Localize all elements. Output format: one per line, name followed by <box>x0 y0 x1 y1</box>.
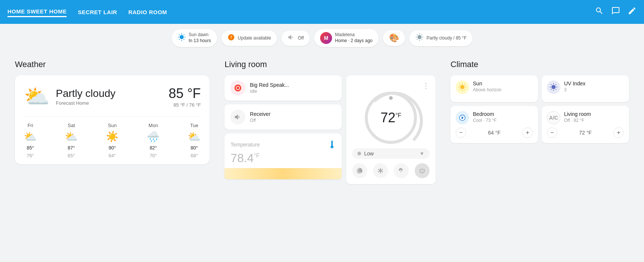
nav-bar: HOME SWEET HOME SECRET LAIR RADIO ROOM <box>7 7 167 17</box>
weather-forecast: Fri ⛅ 85° 76° Sat ⛅ 87° 65° Sun ☀️ 90° 6… <box>24 116 201 164</box>
living-room-ac-card: A/C Living room Off · 82 °F − 72 °F + <box>542 106 629 143</box>
sun-dawn-icon <box>178 33 186 43</box>
weather-condition: Partly cloudy / 85 °F <box>427 35 467 41</box>
speaker-device-icon <box>230 81 245 95</box>
thermostat-auto-btn[interactable] <box>352 163 367 178</box>
uv-card-name: UV Index <box>564 81 624 86</box>
search-icon[interactable] <box>595 6 604 18</box>
nav-radio-room[interactable]: RADIO ROOM <box>128 7 167 17</box>
weather-temp: 85 °F 85 °F / 76 °F <box>169 86 201 108</box>
living-room-minus-btn[interactable]: − <box>547 127 557 138</box>
receiver-card[interactable]: Receiver Off <box>224 104 342 130</box>
climate-title: Climate <box>450 60 629 69</box>
uv-climate-card: UV Index 3 <box>542 75 629 102</box>
bedroom-temp: 64 °F <box>488 130 501 136</box>
uv-card-sub: 3 <box>564 87 624 92</box>
bedroom-card-sub: Cool · 73 °F <box>473 118 533 123</box>
bedroom-plus-btn[interactable]: + <box>522 127 533 138</box>
weather-pill[interactable]: Partly cloudy / 85 °F <box>409 30 473 46</box>
forecast-sat-day: Sat <box>68 123 75 128</box>
chat-icon[interactable] <box>611 6 620 18</box>
avatar: M <box>320 32 332 44</box>
sun-climate-card: Sun Above horizon <box>450 75 538 102</box>
sun-status-pill[interactable]: Sun dawn In 13 hours <box>172 29 217 47</box>
forecast-tue-icon: ⛅ <box>188 130 201 143</box>
sun-climate-icon <box>456 81 469 94</box>
forecast-sat-low: 65° <box>68 153 75 158</box>
bedroom-controls: − 64 °F + <box>456 127 533 138</box>
forecast-sat-icon: ⛅ <box>65 130 78 143</box>
forecast-tue: Tue ⛅ 80° 68° <box>188 123 201 158</box>
thermo-header: ⋮ <box>352 81 430 90</box>
palette-pill[interactable]: 🎨 <box>383 30 405 46</box>
sun-card-sub: Above horizon <box>473 87 533 92</box>
forecast-sun-high: 90° <box>109 145 116 151</box>
thermostat-snowflake-btn[interactable] <box>373 163 388 178</box>
bedroom-climate-icon <box>456 111 469 124</box>
forecast-fri-day: Fri <box>28 123 33 128</box>
forecast-tue-day: Tue <box>190 123 198 128</box>
bedroom-minus-btn[interactable]: − <box>456 127 466 138</box>
mode-dropdown-icon[interactable]: ▼ <box>419 151 424 157</box>
thermostat-mode[interactable]: Low ▼ <box>352 148 430 159</box>
nav-home-sweet-home[interactable]: HOME SWEET HOME <box>7 7 67 17</box>
speaker-icon <box>287 34 295 43</box>
thermostat-power-btn[interactable] <box>415 163 430 178</box>
weather-section: Weather ⛅ Partly cloudy Forecast Home 85… <box>15 60 210 184</box>
thermostat-temp: 72°F <box>380 110 401 126</box>
living-room-grid: Big Red Speak... Idle Receiver Off <box>224 75 436 184</box>
edit-icon[interactable] <box>628 6 637 18</box>
climate-grid: Sun Above horizon UV Index 3 <box>450 75 629 143</box>
living-room-plus-btn[interactable]: + <box>613 127 624 138</box>
thermostat-menu-icon[interactable]: ⋮ <box>422 81 430 90</box>
forecast-tue-low: 68° <box>191 153 198 158</box>
thermostat-card: ⋮ 72°F Low ▼ <box>346 75 436 184</box>
living-room-ac-sub: Off · 82 °F <box>564 118 624 123</box>
receiver-status: Off <box>250 118 336 123</box>
thermostat-fan-btn[interactable] <box>394 163 409 178</box>
forecast-sun-day: Sun <box>108 123 117 128</box>
uv-climate-icon <box>547 81 560 94</box>
forecast-mon-day: Mon <box>149 123 158 128</box>
forecast-mon-icon: 🌧️ <box>147 130 160 143</box>
palette-icon: 🎨 <box>389 33 399 43</box>
temp-card-label: Temperature <box>230 139 336 150</box>
forecast-fri: Fri ⛅ 85° 76° <box>24 123 37 158</box>
thermostat-controls <box>352 163 430 178</box>
main-content: Weather ⛅ Partly cloudy Forecast Home 85… <box>0 52 644 192</box>
sun-card-name: Sun <box>473 81 533 86</box>
update-label: Update available <box>238 35 271 41</box>
user-location-time: Home · 2 days ago <box>335 38 373 44</box>
receiver-icon <box>230 110 245 124</box>
status-bar: Sun dawn In 13 hours Update available Of… <box>0 24 644 52</box>
bedroom-card-name: Bedroom <box>473 111 533 117</box>
weather-pill-icon <box>415 33 424 43</box>
ac-climate-icon: A/C <box>547 111 560 124</box>
forecast-sat: Sat ⛅ 87° 65° <box>65 123 78 158</box>
speaker-pill[interactable]: Off <box>281 31 310 46</box>
sun-dawn-label: Sun dawn <box>189 32 211 38</box>
update-pill[interactable]: Update available <box>221 31 277 46</box>
weather-title: Weather <box>15 60 210 69</box>
living-room-title: Living room <box>224 60 436 69</box>
thermostat-indicator-dot <box>389 96 393 100</box>
weather-temp-main: 85 °F <box>169 86 201 101</box>
nav-secret-lair[interactable]: SECRET LAIR <box>78 7 117 17</box>
user-pill[interactable]: M Madelena Home · 2 days ago <box>314 29 379 47</box>
forecast-sun-low: 64° <box>109 153 116 158</box>
weather-current: ⛅ Partly cloudy Forecast Home 85 °F 85 °… <box>24 84 201 109</box>
forecast-sun-icon: ☀️ <box>106 130 119 143</box>
living-room-controls: − 72 °F + <box>547 127 624 138</box>
forecast-fri-icon: ⛅ <box>24 130 37 143</box>
mode-label: Low <box>364 151 416 157</box>
bedroom-climate-card: Bedroom Cool · 73 °F − 64 °F + <box>450 106 538 143</box>
living-devices: Big Red Speak... Idle Receiver Off <box>224 75 342 184</box>
forecast-tue-high: 80° <box>191 145 198 151</box>
update-icon <box>227 34 235 43</box>
living-room-temp: 72 °F <box>579 130 592 136</box>
forecast-mon-low: 70° <box>150 153 157 158</box>
speaker-label: Off <box>298 35 304 41</box>
thermostat-ring: 72°F <box>365 92 417 144</box>
big-red-speaker-card[interactable]: Big Red Speak... Idle <box>224 75 342 101</box>
speaker-device-name: Big Red Speak... <box>250 82 336 88</box>
